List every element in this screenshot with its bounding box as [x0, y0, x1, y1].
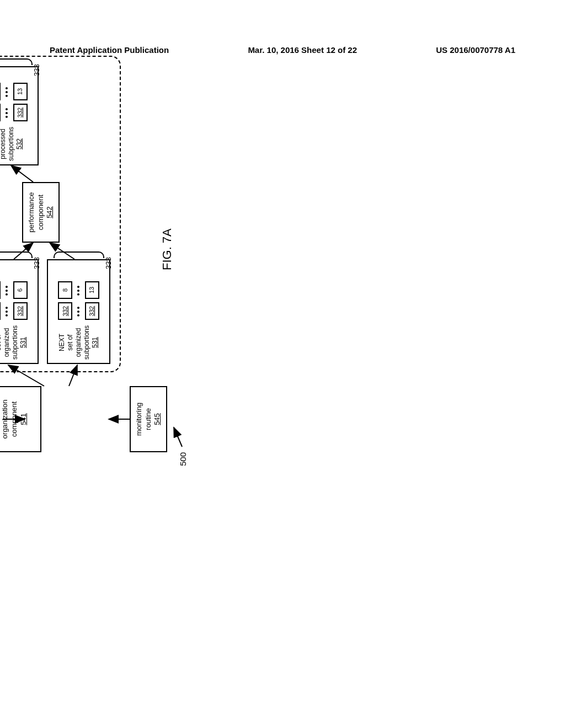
- text: set of: [66, 325, 74, 360]
- text: performance: [27, 185, 36, 239]
- text: subportions: [83, 325, 91, 360]
- figure-label: FIG. 7A: [160, 228, 174, 270]
- last-text: LAST set of organized subportions 531: [0, 325, 28, 360]
- text: organization: [1, 389, 10, 449]
- ref: 545: [153, 389, 162, 449]
- cell-ref: 332: [16, 108, 24, 117]
- cell-col: 332 ••• 332: [58, 302, 99, 320]
- last-cells: 332 ••• 332 0 ••• 6: [0, 281, 28, 320]
- next-cells: 332 ••• 332 8 ••• 13: [58, 281, 99, 320]
- bracket: [0, 251, 33, 258]
- cell-col: 0 ••• 6: [0, 281, 28, 299]
- ref: 542: [45, 185, 55, 239]
- processed-text: set of processed subportions 532: [0, 127, 24, 161]
- cell-val: 13: [16, 88, 24, 95]
- cell-col: 8 ••• 13: [58, 281, 99, 299]
- processed-cells: 332 ••• 332 0 ••• 13: [0, 83, 28, 121]
- text: monitoring: [135, 389, 144, 449]
- next-text: NEXT set of organized subportions 531: [58, 325, 99, 360]
- ref: 531: [19, 325, 28, 360]
- text: component: [36, 185, 46, 239]
- bracket-ref: 333: [104, 257, 113, 269]
- monitoring-routine-box: monitoring routine 545: [130, 386, 167, 452]
- cell-col: 332 ••• 332: [0, 104, 28, 121]
- dots-icon: •••: [2, 107, 12, 119]
- text: NEXT: [58, 325, 66, 360]
- cell-col: 332 ••• 332: [0, 302, 28, 320]
- cell-val: 13: [88, 287, 95, 293]
- device-number: 500: [178, 452, 188, 466]
- diagram: set of retrieved subportions 335 orderin…: [0, 199, 428, 452]
- text: organized: [74, 325, 83, 360]
- cell-col: 0 ••• 13: [0, 83, 28, 100]
- header-right: US 2016/0070778 A1: [436, 45, 515, 55]
- bracket: [54, 251, 104, 258]
- cell-ref: 332: [61, 306, 69, 316]
- cell-val: 8: [61, 288, 69, 292]
- header-left: Patent Application Publication: [50, 45, 169, 55]
- header-center: Mar. 10, 2016 Sheet 12 of 22: [248, 45, 357, 55]
- dots-icon: •••: [2, 86, 12, 98]
- last-organized-box: LAST set of organized subportions 531 33…: [0, 259, 39, 364]
- text: subportions: [7, 127, 15, 161]
- performance-component-box: performance component 542: [22, 182, 60, 243]
- bracket-ref: 333: [33, 64, 41, 76]
- cell-ref: 332: [88, 306, 95, 316]
- dots-icon: •••: [73, 306, 83, 317]
- ref: 531: [91, 325, 99, 360]
- page-header: Patent Application Publication Mar. 10, …: [0, 45, 565, 55]
- organization-component-box: ordering component 541o organization com…: [0, 386, 41, 452]
- text: organized: [3, 325, 11, 360]
- text: processed: [0, 127, 7, 161]
- ref: 532: [15, 127, 24, 161]
- dots-icon: •••: [2, 285, 12, 296]
- dots-icon: •••: [2, 306, 12, 317]
- processed-subportions-box: set of processed subportions 532 332 •••…: [0, 66, 39, 165]
- bracket: [0, 58, 33, 65]
- text: component: [10, 389, 19, 449]
- bracket-ref: 333: [33, 257, 41, 269]
- svg-line-7: [174, 427, 182, 447]
- cell-ref: 332: [16, 306, 24, 316]
- next-organized-box: NEXT set of organized subportions 531 33…: [47, 259, 110, 364]
- dots-icon: •••: [73, 285, 83, 296]
- text: routine: [144, 389, 153, 449]
- text: subportions: [11, 325, 19, 360]
- cell-val: 6: [16, 288, 24, 292]
- ref: 541: [19, 389, 29, 449]
